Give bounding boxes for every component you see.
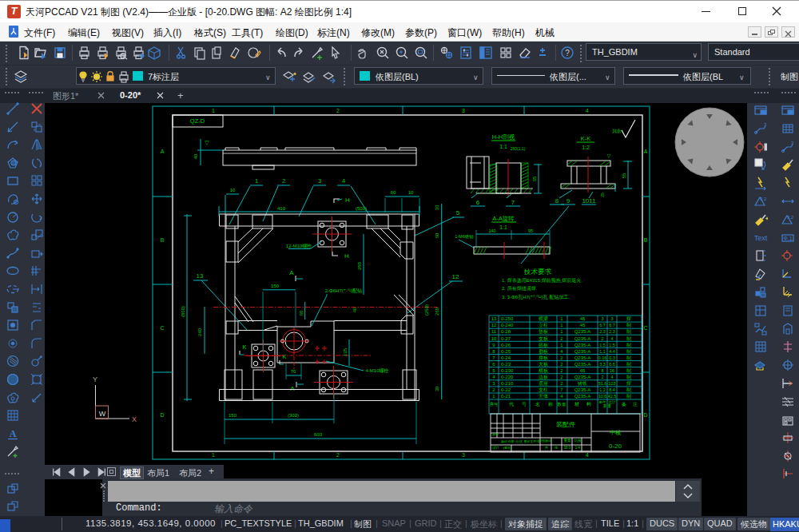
svg-text:4.4: 4.4 (609, 349, 615, 354)
svg-text:B: B (644, 237, 648, 243)
svg-text:8: 8 (555, 197, 559, 204)
svg-text:0-26: 0-26 (501, 343, 511, 347)
svg-text:70: 70 (291, 369, 296, 374)
svg-text:30: 30 (435, 386, 439, 391)
svg-text:重 量: 重 量 (603, 403, 612, 408)
svg-text:1.5: 1.5 (609, 343, 615, 347)
svg-text:筋板: 筋板 (539, 343, 548, 347)
svg-text:序号: 序号 (490, 402, 499, 407)
svg-text:65: 65 (532, 176, 537, 181)
svg-text:40: 40 (193, 153, 198, 159)
svg-text:2.3: 2.3 (609, 329, 615, 334)
svg-text:6.6: 6.6 (609, 362, 615, 367)
svg-text:Q235-A: Q235-A (574, 387, 591, 392)
svg-text:0-28: 0-28 (501, 329, 511, 334)
svg-text:8.4: 8.4 (609, 387, 615, 392)
svg-text:Q235-A: Q235-A (574, 329, 591, 334)
svg-text:3: 3 (610, 316, 613, 321)
svg-text:140: 140 (488, 228, 495, 233)
svg-text:Q235-A: Q235-A (574, 375, 591, 379)
svg-text:11: 11 (491, 329, 497, 334)
svg-text:2. 所有焊缝满焊.: 2. 所有焊缝满焊. (502, 285, 538, 291)
svg-text:0-25: 0-25 (501, 349, 511, 354)
svg-text:支板: 支板 (539, 336, 548, 342)
svg-text:25: 25 (600, 193, 605, 197)
svg-text:4: 4 (610, 375, 613, 379)
svg-text:260: 260 (435, 307, 439, 316)
svg-text:(860): (860) (181, 306, 185, 317)
svg-text:42.5: 42.5 (608, 394, 617, 399)
svg-text:立柱: 立柱 (539, 322, 548, 328)
svg-text:45: 45 (580, 323, 586, 328)
svg-text:0-21: 0-21 (501, 394, 511, 399)
svg-text:材: 材 (574, 402, 579, 407)
svg-text:8: 8 (601, 368, 603, 373)
svg-text:制: 制 (626, 349, 631, 355)
svg-text:12: 12 (452, 273, 459, 280)
svg-text:0-20: 0-20 (609, 443, 622, 450)
svg-text:0-220: 0-220 (501, 375, 514, 379)
svg-text:12: 12 (491, 323, 497, 328)
svg-text:制: 制 (626, 329, 631, 335)
svg-text:103: 103 (608, 381, 615, 386)
svg-text:3.2: 3.2 (760, 197, 767, 201)
svg-text:2: 2 (336, 108, 340, 113)
svg-text:6.7: 6.7 (609, 323, 615, 328)
svg-text:横板: 横板 (539, 368, 548, 373)
svg-text:1011: 1011 (582, 197, 596, 204)
svg-text:600: 600 (314, 432, 323, 437)
svg-text:装配件: 装配件 (556, 421, 575, 428)
svg-text:C: C (160, 325, 164, 331)
svg-text:其余: 其余 (612, 129, 622, 134)
svg-text:4-M10螺栓: 4-M10螺栓 (365, 367, 388, 374)
svg-text:▽: ▽ (607, 153, 611, 158)
svg-text:制: 制 (626, 355, 631, 361)
svg-text:10: 10 (408, 190, 414, 195)
svg-text:称: 称 (548, 402, 553, 407)
svg-text:设计: 设计 (492, 445, 500, 450)
svg-text:3. 3-Φ6孔H7(⁺⁰·⁰¹²)孔 配钻加工.: 3. 3-Φ6孔H7(⁺⁰·⁰¹²)孔 配钻加工. (502, 294, 570, 300)
svg-text:A: A (290, 385, 295, 392)
svg-text:X: X (132, 415, 137, 423)
svg-text:55: 55 (622, 173, 626, 178)
svg-text:QZ-D: QZ-D (190, 117, 205, 125)
svg-text:Q235-A: Q235-A (574, 394, 591, 399)
svg-text:2.3: 2.3 (599, 329, 606, 334)
svg-text:0.16: 0.16 (598, 355, 607, 360)
svg-text:A: A (10, 428, 17, 439)
svg-text:Q235-A: Q235-A (574, 336, 591, 341)
svg-text:A: A (161, 149, 165, 154)
svg-text:250: 250 (357, 261, 362, 270)
svg-text:焊: 焊 (626, 316, 631, 321)
svg-text:1: 1 (212, 452, 215, 458)
svg-text:3: 3 (318, 177, 321, 185)
svg-text:Q235-A: Q235-A (574, 343, 591, 347)
svg-text:3: 3 (601, 316, 603, 321)
svg-text:0-23: 0-23 (501, 362, 511, 367)
svg-text:1:1: 1:1 (499, 144, 507, 149)
svg-text:Q235-A: Q235-A (574, 362, 591, 367)
svg-text:数量: 数量 (558, 402, 567, 407)
svg-text:Y: Y (93, 375, 97, 383)
svg-text:3: 3 (462, 452, 465, 458)
svg-text:Q235-A: Q235-A (574, 349, 591, 354)
svg-text:✦: ✦ (765, 216, 768, 221)
svg-text:(签名): (签名) (503, 446, 512, 450)
svg-text:0-250: 0-250 (501, 316, 514, 321)
svg-text:横梁: 横梁 (539, 316, 548, 321)
svg-text:C: C (643, 325, 647, 331)
svg-text:技术要求: 技术要求 (523, 268, 552, 276)
svg-text:K-K: K-K (581, 135, 591, 142)
svg-text:135: 135 (343, 347, 348, 356)
svg-text:4: 4 (586, 108, 589, 113)
svg-text:1: 1 (255, 177, 258, 185)
svg-text:2: 2 (601, 336, 603, 341)
svg-text:A: A (289, 269, 294, 276)
svg-text:4: 4 (610, 336, 613, 341)
svg-text:料: 料 (586, 402, 591, 407)
svg-text:D: D (643, 412, 647, 418)
svg-text:1.2: 1.2 (599, 387, 606, 392)
svg-text:名: 名 (535, 402, 540, 407)
svg-text:1:2: 1:2 (582, 145, 590, 150)
svg-text:2-Φ6Η7(⁺·⁰¹)配钻: 2-Φ6Η7(⁺·⁰¹)配钻 (325, 288, 363, 294)
